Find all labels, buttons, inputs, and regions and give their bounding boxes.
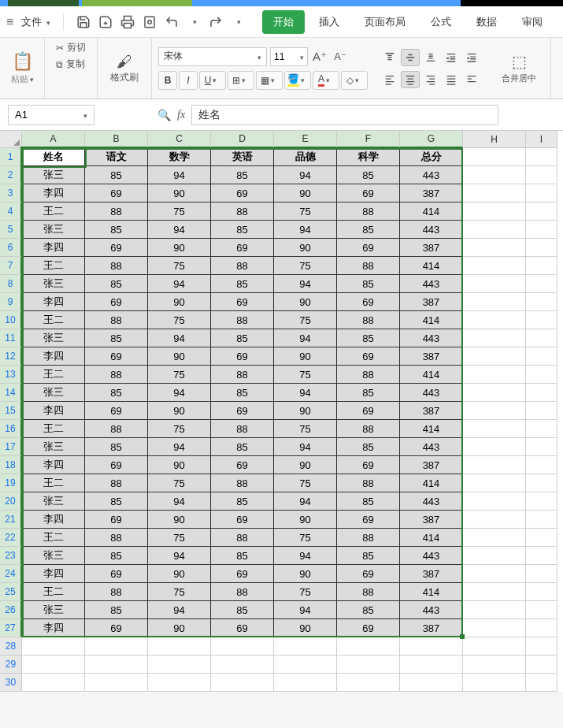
decrease-indent-button[interactable] — [442, 49, 461, 66]
cell-H8[interactable] — [463, 275, 526, 293]
cancel-icon[interactable]: 🔍 — [157, 109, 171, 121]
cell-E17[interactable]: 94 — [274, 438, 337, 456]
cell-E1[interactable]: 品德 — [274, 148, 337, 166]
cell-H21[interactable] — [463, 511, 526, 529]
row-header-1[interactable]: 1 — [0, 148, 22, 166]
row-header-9[interactable]: 9 — [0, 293, 22, 311]
cell-I20[interactable] — [526, 492, 557, 511]
clear-format-button[interactable]: ◇ — [341, 71, 368, 90]
cell-H10[interactable] — [463, 311, 526, 329]
cell-E14[interactable]: 94 — [274, 384, 337, 402]
align-left-button[interactable] — [380, 71, 399, 88]
cell-I16[interactable] — [526, 420, 557, 438]
cell-F9[interactable]: 69 — [337, 293, 400, 311]
row-header-5[interactable]: 5 — [0, 221, 22, 239]
cell-G30[interactable] — [400, 674, 463, 692]
cell-A3[interactable]: 李四 — [22, 184, 85, 202]
cell-B29[interactable] — [85, 656, 148, 674]
cell-C2[interactable]: 94 — [148, 166, 211, 184]
cell-I24[interactable] — [526, 565, 557, 583]
row-header-19[interactable]: 19 — [0, 474, 22, 492]
cell-B4[interactable]: 88 — [85, 202, 148, 221]
row-header-18[interactable]: 18 — [0, 456, 22, 474]
cell-H16[interactable] — [463, 420, 526, 438]
cell-C11[interactable]: 94 — [148, 329, 211, 347]
cell-H6[interactable] — [463, 239, 526, 257]
column-header-G[interactable]: G — [400, 131, 463, 148]
cell-B6[interactable]: 69 — [85, 239, 148, 257]
cell-E28[interactable] — [274, 637, 337, 656]
cell-A22[interactable]: 王二 — [22, 529, 85, 547]
tab-start[interactable]: 开始 — [262, 10, 305, 34]
cell-E15[interactable]: 90 — [274, 402, 337, 420]
cell-D5[interactable]: 85 — [211, 221, 274, 239]
cell-A4[interactable]: 王二 — [22, 202, 85, 221]
tab-page-layout[interactable]: 页面布局 — [354, 10, 417, 34]
tab-data[interactable]: 数据 — [465, 10, 508, 34]
row-header-23[interactable]: 23 — [0, 547, 22, 565]
orientation-button[interactable] — [462, 71, 481, 88]
cell-G9[interactable]: 387 — [400, 293, 463, 311]
cell-I30[interactable] — [526, 674, 557, 692]
cell-A23[interactable]: 张三 — [22, 547, 85, 565]
cell-F29[interactable] — [337, 656, 400, 674]
title-tab-2[interactable] — [82, 0, 192, 6]
cell-C26[interactable]: 94 — [148, 601, 211, 619]
cell-H20[interactable] — [463, 492, 526, 511]
cell-C30[interactable] — [148, 674, 211, 692]
cell-G26[interactable]: 443 — [400, 601, 463, 619]
row-header-28[interactable]: 28 — [0, 637, 22, 656]
cell-F16[interactable]: 88 — [337, 420, 400, 438]
cell-B1[interactable]: 语文 — [85, 148, 148, 166]
align-top-button[interactable] — [380, 49, 399, 66]
cell-B27[interactable]: 69 — [85, 619, 148, 637]
cell-I9[interactable] — [526, 293, 557, 311]
cell-E27[interactable]: 90 — [274, 619, 337, 637]
cell-G16[interactable]: 414 — [400, 420, 463, 438]
cell-B25[interactable]: 88 — [85, 583, 148, 601]
cell-A2[interactable]: 张三 — [22, 166, 85, 184]
row-header-24[interactable]: 24 — [0, 565, 22, 583]
increase-indent-button[interactable] — [462, 49, 481, 66]
cell-G12[interactable]: 387 — [400, 347, 463, 366]
row-header-27[interactable]: 27 — [0, 619, 22, 637]
cell-F17[interactable]: 85 — [337, 438, 400, 456]
cell-H30[interactable] — [463, 674, 526, 692]
align-center-button[interactable] — [401, 71, 420, 88]
cell-D6[interactable]: 69 — [211, 239, 274, 257]
underline-button[interactable]: U — [199, 71, 226, 90]
cell-E8[interactable]: 94 — [274, 275, 337, 293]
cell-I18[interactable] — [526, 456, 557, 474]
cell-A16[interactable]: 王二 — [22, 420, 85, 438]
cell-C21[interactable]: 90 — [148, 511, 211, 529]
cell-C8[interactable]: 94 — [148, 275, 211, 293]
cell-F1[interactable]: 科学 — [337, 148, 400, 166]
copy-button[interactable]: ⧉复制 — [56, 58, 86, 71]
row-header-12[interactable]: 12 — [0, 347, 22, 366]
cell-A12[interactable]: 李四 — [22, 347, 85, 366]
cell-A21[interactable]: 李四 — [22, 511, 85, 529]
cell-D9[interactable]: 69 — [211, 293, 274, 311]
cell-D22[interactable]: 88 — [211, 529, 274, 547]
cell-F21[interactable]: 69 — [337, 511, 400, 529]
cell-F20[interactable]: 85 — [337, 492, 400, 511]
cell-A25[interactable]: 王二 — [22, 583, 85, 601]
cell-B19[interactable]: 88 — [85, 474, 148, 492]
borders-button[interactable]: ⊞ — [228, 71, 254, 90]
cell-A1[interactable]: 姓名 — [22, 148, 85, 166]
justify-button[interactable] — [442, 71, 461, 88]
undo-icon[interactable] — [165, 15, 179, 29]
cell-C16[interactable]: 75 — [148, 420, 211, 438]
cell-G18[interactable]: 387 — [400, 456, 463, 474]
cell-C3[interactable]: 90 — [148, 184, 211, 202]
align-middle-button[interactable] — [401, 49, 420, 66]
cell-A5[interactable]: 张三 — [22, 221, 85, 239]
cell-A18[interactable]: 李四 — [22, 456, 85, 474]
cell-D18[interactable]: 69 — [211, 456, 274, 474]
cell-D16[interactable]: 88 — [211, 420, 274, 438]
cell-A9[interactable]: 李四 — [22, 293, 85, 311]
cell-C13[interactable]: 75 — [148, 366, 211, 384]
italic-button[interactable]: I — [179, 71, 198, 90]
cell-B14[interactable]: 85 — [85, 384, 148, 402]
cell-C24[interactable]: 90 — [148, 565, 211, 583]
